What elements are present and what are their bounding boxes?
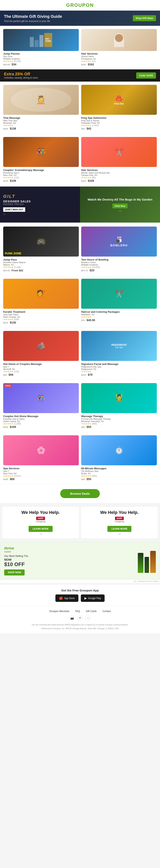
promo-off-text: Extra 25% Off bbox=[4, 72, 38, 76]
help-card-1: We Help You Help. AARP Caregiving LEARN … bbox=[2, 506, 79, 538]
browse-deals-button[interactable]: Browse Deals bbox=[60, 489, 100, 498]
jumppasses-business: Sky Zone bbox=[3, 55, 79, 58]
hotstone-massage-price: $89 $59 bbox=[3, 373, 79, 376]
jump-pass-price: $26.99 From $22 bbox=[3, 269, 79, 272]
thrive-product-2 bbox=[145, 557, 149, 573]
bowling-business: Bowlero Lanes bbox=[81, 261, 157, 264]
banner-content: The Ultimate Gift Giving Guide Find the … bbox=[4, 14, 62, 23]
deal-keratin-treatment[interactable]: 💇 Keratin Treatment Sola Hair Salon West… bbox=[2, 278, 80, 326]
ad-row: GILT DESIGNER SALES INSIDER PRICES DON'T… bbox=[0, 187, 160, 222]
app-buttons: 🍎 App Store ▶ Google Play bbox=[4, 594, 156, 602]
deal-massage-therapy[interactable]: 💆 Massage Therapy A Good Life Massage Th… bbox=[80, 382, 158, 430]
footer-links: Groupon Merchant · FAQ · Gift Cards · Co… bbox=[4, 609, 156, 613]
deal-spa-services[interactable]: 🌸 Spa Services Spa 7 New York, NY ★★★★★ … bbox=[2, 434, 80, 482]
60min-massages-image: ⏱️ bbox=[81, 435, 157, 465]
deals-section-row1: 💆 Thai Massage Wan Thai Spa Montclair, N… bbox=[0, 82, 160, 133]
footer-link-merchant[interactable]: Groupon Merchant bbox=[49, 610, 69, 613]
deal-thai-massage[interactable]: 💆 Thai Massage Wan Thai Spa Montclair, N… bbox=[2, 84, 80, 131]
app-store-button[interactable]: 🍎 App Store bbox=[55, 594, 78, 602]
thai-massage-title: Thai Massage bbox=[3, 116, 79, 119]
thrive-product-3 bbox=[150, 551, 156, 573]
signature-facial-image: RIDGEWOOD Day Spa bbox=[81, 331, 157, 361]
promo-content: Extra 25% Off Activities, beauty, dining… bbox=[4, 72, 38, 79]
help-card-1-learn-more-button[interactable]: LEARN MORE bbox=[29, 526, 53, 532]
shop-gift-ideas-button[interactable]: Shop Gift Ideas bbox=[133, 15, 156, 21]
hotstone-massage-business: Spa 7 bbox=[3, 366, 79, 368]
deal-king-spa[interactable]: ♨️ King Spa King Spa Admission King Spa … bbox=[80, 84, 158, 131]
deal-hair-services-2[interactable]: ✂️ Hair Services Master Salon and Beauty… bbox=[80, 136, 158, 184]
signature-facial-title: Signature Facial and Massage bbox=[81, 363, 157, 366]
promo-description: Activities, beauty, dining & more bbox=[4, 76, 38, 79]
app-section: Get the Free Groupon App 🍎 App Store ▶ G… bbox=[0, 585, 160, 606]
king-spa-title: King Spa Admission bbox=[81, 116, 157, 119]
bugs-garden-cta-button[interactable]: Click Now bbox=[113, 204, 128, 208]
thrive-shop-now-button[interactable]: SHOP NOW bbox=[4, 569, 25, 576]
footer-link-giftcards[interactable]: Gift Cards bbox=[86, 610, 97, 613]
deal-haircut-coloring[interactable]: ✂️ Haircut and Coloring Packages Waldwic… bbox=[80, 278, 158, 326]
banner-title: The Ultimate Gift Giving Guide bbox=[4, 14, 62, 19]
thai-massage-price: $209 $138 bbox=[3, 127, 79, 130]
header: GROUPON bbox=[0, 0, 160, 10]
featured-item-jumppasses[interactable]: SKYZONE Jump Passes Sky Zone Multiple lo… bbox=[2, 28, 80, 67]
couples-aromatherapy-price: $299 $109 bbox=[3, 179, 79, 183]
king-spa-price: $60 $42 bbox=[81, 127, 157, 130]
footer-address: Delivered by Groupon, Inc. 600 W Chicago… bbox=[4, 627, 156, 630]
hair-services-2-title: Hair Services bbox=[81, 168, 157, 172]
jump-pass-business: Activate! Game Wayne bbox=[3, 261, 79, 264]
deal-couples-aromatherapy[interactable]: 👫 Couples' Aromatherapy Massage Renewing… bbox=[2, 136, 80, 184]
king-spa-stars: ★★★★★ (1,002) bbox=[81, 124, 157, 127]
60min-massages-business: 7th Wellness Spa bbox=[81, 470, 157, 472]
google-play-button[interactable]: ▶ Google Play bbox=[81, 594, 105, 602]
facebook-icon[interactable]: f bbox=[77, 615, 83, 621]
deal-hotstone-massage[interactable]: 🪨 Hot-Stone or Couples Massage Spa 7 Wyc… bbox=[2, 330, 80, 378]
thrive-off-amount: $10 OFF bbox=[4, 561, 138, 567]
hair-services-2-business: Master Salon and Beauty Bar bbox=[81, 172, 157, 174]
deals-section-row7: 🌸 Spa Services Spa 7 New York, NY ★★★★★ … bbox=[0, 432, 160, 484]
deal-signature-facial[interactable]: RIDGEWOOD Day Spa Signature Facial and M… bbox=[80, 330, 158, 378]
haircut-coloring-location: Waldwick, NJ bbox=[81, 313, 157, 316]
couples-aromatherapy-title: Couples' Aromatherapy Massage bbox=[3, 168, 79, 172]
haircut-coloring-image: ✂️ bbox=[81, 279, 157, 309]
twitter-icon[interactable]: t bbox=[85, 615, 91, 621]
footer-link-contact[interactable]: Contact bbox=[102, 610, 110, 613]
thrive-now-label: NOW bbox=[4, 558, 138, 561]
deal-couples-hotstone[interactable]: 👫 SALE Couples Hot-Stone Massage Paradis… bbox=[2, 382, 80, 430]
gilt-ad[interactable]: GILT DESIGNER SALES INSIDER PRICES DON'T… bbox=[0, 187, 80, 222]
bowling-price: $67.72 $25 bbox=[81, 269, 157, 272]
help-card-2-learn-more-button[interactable]: LEARN MORE bbox=[107, 526, 132, 532]
bowling-title: Two Hours of Bowling bbox=[81, 258, 157, 261]
60min-massages-location: Butler, NJ bbox=[81, 472, 157, 475]
deal-bowling[interactable]: 🎳 BOWLERO Two Hours of Bowling Bowlero L… bbox=[80, 225, 158, 273]
gilt-subtitle: INSIDER PRICES bbox=[3, 203, 77, 205]
footer-disclaimer: You are receiving this email because NHN… bbox=[4, 623, 156, 626]
thrive-product-1 bbox=[138, 553, 143, 573]
spa-services-location: New York, NY bbox=[3, 472, 79, 475]
deal-jump-pass[interactable]: 🎮 PUNK ZONE Jump Pass Activate! Game Way… bbox=[2, 225, 80, 273]
king-spa-image: ♨️ King Spa bbox=[81, 85, 157, 115]
deal-60min-massages[interactable]: ⏱️ 60-Minute Massages 7th Wellness Spa B… bbox=[80, 434, 158, 482]
thrive-market-label: market bbox=[4, 551, 138, 553]
jumppasses-location: Multiple locations bbox=[3, 58, 79, 60]
thai-massage-stars: ★★★★★ bbox=[3, 124, 79, 127]
bugs-garden-ad[interactable]: Watch Me Destroy All The Bugs In My Gard… bbox=[80, 187, 160, 222]
featured-item-hairservices[interactable]: Hair Services Strand Salon Parsippany, N… bbox=[80, 28, 158, 67]
promo-code-box[interactable]: Code SAVE bbox=[136, 72, 156, 79]
hotstone-massage-title: Hot-Stone or Couples Massage bbox=[3, 363, 79, 366]
footer-link-faq[interactable]: FAQ bbox=[75, 610, 80, 613]
instagram-icon[interactable]: 📷 bbox=[69, 615, 75, 621]
thrive-products bbox=[138, 549, 156, 573]
signature-facial-price: $310 $79 bbox=[81, 373, 157, 376]
jumppasses-price: $69.08 $34 bbox=[3, 63, 79, 66]
couples-aromatherapy-business: Renewing Spa 2 bbox=[3, 172, 79, 174]
bugs-garden-text: Watch Me Destroy All The Bugs In My Gard… bbox=[88, 197, 152, 202]
deals-section-row4: 💇 Keratin Treatment Sola Hair Salon West… bbox=[0, 275, 160, 328]
thai-massage-location: Montclair, NJ bbox=[3, 122, 79, 124]
gift-guide-banner: The Ultimate Gift Giving Guide Find the … bbox=[0, 10, 160, 26]
jumppasses-image: SKYZONE bbox=[3, 29, 79, 51]
couples-hotstone-stars: ★★★★★ (1,280) bbox=[3, 423, 79, 425]
keratin-treatment-title: Keratin Treatment bbox=[3, 310, 79, 313]
keratin-treatment-business: Sola Hair Salon bbox=[3, 313, 79, 316]
deals-section-row5: 🪨 Hot-Stone or Couples Massage Spa 7 Wyc… bbox=[0, 328, 160, 380]
hairservices-price: $350 $162 bbox=[81, 63, 157, 66]
gilt-cta-button[interactable]: DON'T MISS OUT bbox=[3, 207, 25, 212]
